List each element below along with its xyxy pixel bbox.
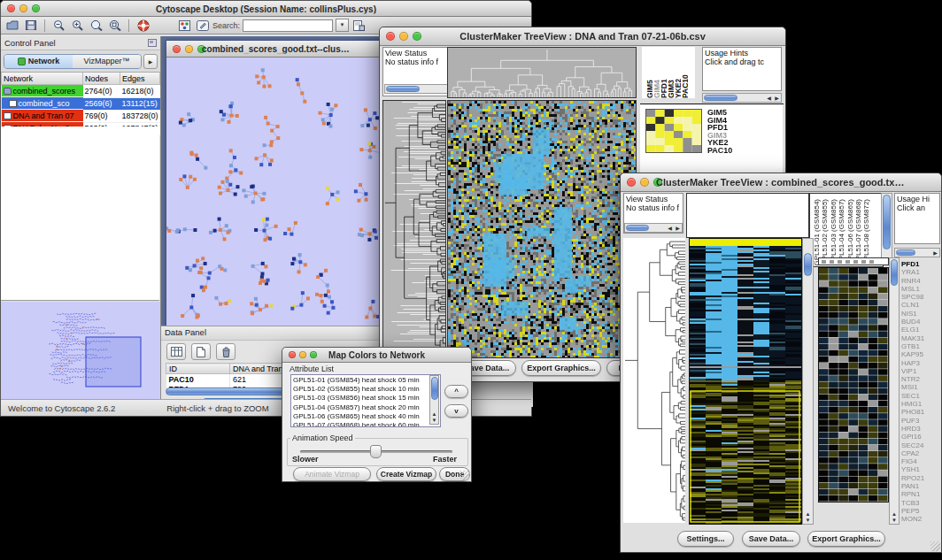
table-row-selected[interactable]: combined_sco 2569(6) 13112(15) bbox=[2, 97, 160, 110]
gene-label[interactable]: MON2 bbox=[901, 515, 940, 523]
export-graphics-button[interactable]: Export Graphics... bbox=[807, 531, 885, 547]
minimize-button[interactable] bbox=[640, 178, 649, 187]
annotation-icon[interactable] bbox=[195, 19, 210, 32]
gene-label[interactable]: CPA2 bbox=[901, 449, 940, 457]
global-vertical-scrollbar[interactable]: ▲ ▼ bbox=[802, 238, 814, 525]
treeview1-titlebar[interactable]: ClusterMaker TreeView : DNA and Tran 07-… bbox=[380, 27, 785, 46]
zoom-vertical-scrollbar[interactable]: ▲ ▼ bbox=[889, 257, 900, 525]
selected-cluster-matrix[interactable] bbox=[645, 109, 702, 153]
network-file-icon[interactable] bbox=[351, 19, 367, 32]
gene-label[interactable]: GPI16 bbox=[901, 433, 940, 441]
usage-hints-scrollbar[interactable]: ◀▶ bbox=[702, 93, 782, 103]
column-header[interactable]: Nodes bbox=[83, 73, 120, 85]
view-status-scrollbar[interactable]: ◀▶ bbox=[624, 223, 683, 233]
zoom-in-icon[interactable] bbox=[70, 19, 85, 32]
select-attributes-icon[interactable] bbox=[166, 343, 186, 360]
row-dendrogram-canvas[interactable] bbox=[382, 100, 446, 358]
gene-label[interactable]: MAK31 bbox=[901, 334, 940, 342]
close-button[interactable] bbox=[173, 45, 181, 53]
zoom-fit-icon[interactable] bbox=[107, 19, 122, 32]
gene-label[interactable]: PHO81 bbox=[901, 408, 940, 416]
gene-label[interactable]: PEP5 bbox=[901, 507, 940, 515]
gene-label[interactable]: SPC98 bbox=[901, 293, 940, 301]
gene-label[interactable]: ELG1 bbox=[901, 326, 940, 334]
gene-label[interactable]: PFD1 bbox=[901, 260, 940, 268]
gene-label[interactable]: PUF3 bbox=[901, 417, 940, 425]
attribute-list-item[interactable]: GPL51-03 (GSM856) heat shock 15 min bbox=[293, 394, 438, 403]
animate-vizmap-button[interactable]: Animate Vizmap bbox=[293, 467, 371, 481]
attribute-list-item[interactable]: GPL51-06 (GSM865) heat shock 40 min bbox=[293, 412, 438, 421]
minimize-button[interactable] bbox=[185, 45, 193, 53]
tab-network[interactable]: Network bbox=[4, 55, 73, 68]
attribute-list-item[interactable]: GPL51-04 (GSM857) heat shock 20 min bbox=[293, 403, 438, 412]
open-session-button[interactable] bbox=[4, 19, 19, 32]
close-button[interactable] bbox=[627, 178, 636, 187]
vizmapper-icon[interactable] bbox=[177, 19, 192, 32]
column-header[interactable]: Network bbox=[2, 73, 83, 85]
save-data-button[interactable]: Save Data... bbox=[742, 531, 800, 547]
gene-label[interactable]: CLN1 bbox=[901, 301, 940, 309]
close-button[interactable] bbox=[7, 4, 15, 12]
gene-label[interactable]: RNR4 bbox=[901, 277, 940, 285]
gene-label[interactable]: BUD4 bbox=[901, 318, 940, 326]
network-canvas[interactable] bbox=[166, 58, 384, 325]
zoom-heatmap-canvas[interactable] bbox=[818, 267, 889, 502]
gene-label[interactable]: RPO21 bbox=[901, 474, 940, 482]
gene-label[interactable]: RPN1 bbox=[901, 490, 940, 498]
settings-button[interactable]: Settings... bbox=[677, 531, 734, 547]
main-titlebar[interactable]: Cytoscape Desktop (Session Name: collins… bbox=[1, 1, 531, 17]
heatmap-canvas[interactable] bbox=[447, 100, 637, 358]
create-vizmap-button[interactable]: Create Vizmap bbox=[376, 467, 436, 481]
gene-label[interactable]: YRA1 bbox=[901, 268, 940, 276]
zoom-actual-icon[interactable] bbox=[89, 19, 104, 32]
gene-label[interactable]: GTB1 bbox=[901, 342, 940, 350]
move-down-button[interactable]: v bbox=[444, 404, 468, 418]
gene-label[interactable]: NTR2 bbox=[901, 375, 940, 383]
minimize-button[interactable] bbox=[19, 4, 27, 12]
new-attribute-icon[interactable] bbox=[191, 343, 211, 360]
delete-attribute-icon[interactable] bbox=[216, 343, 236, 360]
gene-label[interactable]: SEC24 bbox=[901, 441, 940, 449]
gene-label[interactable]: HRD3 bbox=[901, 425, 940, 433]
attribute-list-item[interactable]: GPL51-07 (GSM868) heat shock 60 min bbox=[293, 421, 438, 427]
row-dendrogram-canvas[interactable] bbox=[623, 238, 685, 523]
table-row[interactable]: combined_scores 2764(0) 16218(0) bbox=[2, 85, 160, 98]
column-dendrogram-canvas[interactable] bbox=[447, 47, 637, 98]
top-vertical-scrollbar[interactable]: ▲ bbox=[881, 193, 892, 265]
column-header[interactable]: ID bbox=[166, 364, 230, 374]
overview-canvas[interactable] bbox=[1, 302, 160, 400]
help-lifebuoy-icon[interactable] bbox=[135, 19, 151, 32]
gene-label[interactable]: KAP95 bbox=[901, 350, 940, 358]
network-overview-panel[interactable] bbox=[1, 302, 160, 400]
export-graphics-button[interactable]: Export Graphics... bbox=[521, 360, 601, 376]
save-session-button[interactable] bbox=[23, 19, 38, 32]
gene-label[interactable]: VIP1 bbox=[901, 367, 940, 375]
gene-label[interactable]: SEC1 bbox=[901, 392, 940, 400]
minimize-button[interactable] bbox=[299, 351, 306, 358]
gene-label[interactable]: MSI1 bbox=[901, 383, 940, 391]
float-panel-icon[interactable] bbox=[148, 39, 157, 47]
attribute-list-item[interactable]: GPL51-01 (GSM854) heat shock 05 min bbox=[293, 376, 438, 385]
minimize-button[interactable] bbox=[399, 32, 408, 41]
gene-label[interactable]: NIS1 bbox=[901, 310, 940, 318]
resize-grip[interactable] bbox=[930, 541, 940, 551]
dialog-titlebar[interactable]: Map Colors to Network bbox=[282, 348, 471, 363]
zoom-out-icon[interactable] bbox=[51, 19, 66, 32]
gene-label[interactable]: MSL1 bbox=[901, 285, 940, 293]
attribute-list-item[interactable]: GPL51-02 (GSM855) heat shock 10 min bbox=[293, 385, 438, 394]
close-button[interactable] bbox=[386, 32, 395, 41]
search-input[interactable] bbox=[243, 19, 333, 32]
gene-label[interactable]: YSH1 bbox=[901, 465, 940, 473]
resize-grip[interactable] bbox=[460, 471, 470, 480]
attribute-list-scrollbar[interactable]: ▲ ▼ bbox=[429, 375, 439, 425]
treeview2-titlebar[interactable]: ClusterMaker TreeView : combined_scores_… bbox=[621, 173, 941, 192]
move-up-button[interactable]: ^ bbox=[444, 385, 468, 398]
zoom-button[interactable] bbox=[310, 351, 317, 358]
close-button[interactable] bbox=[289, 351, 296, 358]
network-window-titlebar[interactable]: combined_scores_good.txt--cluste... bbox=[166, 41, 386, 58]
usage-hints-scrollbar[interactable]: ▶ bbox=[894, 248, 940, 257]
table-row[interactable]: DNA and Tran 07 769(0) 183728(0) bbox=[2, 110, 160, 122]
gene-label[interactable]: TCB3 bbox=[901, 499, 940, 507]
speed-slider-thumb[interactable] bbox=[370, 445, 382, 458]
tab-vizmapper[interactable]: VizMapper™ bbox=[73, 55, 141, 68]
